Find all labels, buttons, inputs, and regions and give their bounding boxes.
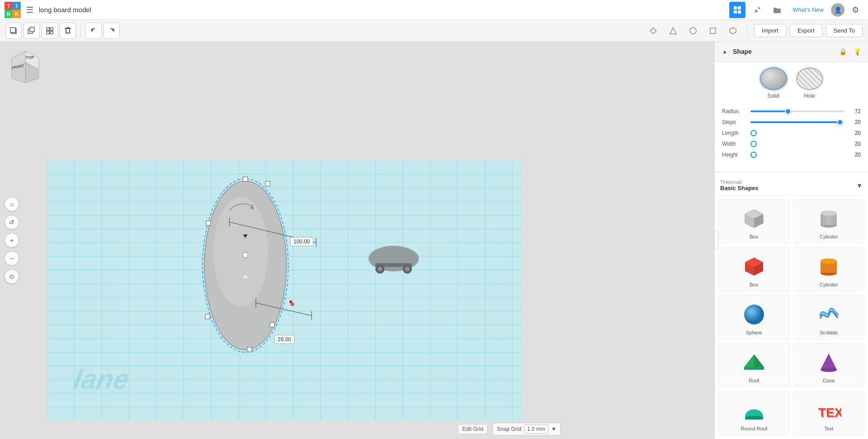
settings-btn[interactable]: ⚙ [847,2,863,18]
length-value: 20 [848,130,861,136]
hole-btn[interactable]: Hole [796,67,823,99]
shape-item-box-gray[interactable]: Box [718,199,790,243]
svg-rect-72 [205,314,210,319]
snap-grid-chevron[interactable]: ▼ [551,426,557,432]
svg-rect-9 [50,28,53,30]
height-label: Height [722,152,747,158]
library-name: Basic Shapes [720,185,759,191]
build-mode-btn[interactable] [749,2,765,18]
top-bar: T I N K ☰ long board model What's New 👤 … [0,0,868,20]
send-to-btn[interactable]: Send To [826,24,863,37]
expand-handle[interactable]: › [714,231,718,249]
svg-rect-13 [65,28,71,29]
shape-item-sphere[interactable]: Sphere [718,295,790,339]
export-btn[interactable]: Export [790,24,822,37]
view-light-btn[interactable] [645,23,661,39]
view-circle-btn[interactable] [685,23,701,39]
viewport[interactable]: lane 100.00 28.00 TOP FRONT [0,42,714,439]
right-panel: › ▲ Shape 🔒 💡 Solid Hole [714,42,868,439]
shapes-grid: Box [718,199,864,435]
svg-rect-2 [734,10,737,14]
radius-slider[interactable] [750,110,844,112]
bottom-bar: Edit Grid Snap Grid 1.0 mm ▼ [458,423,561,435]
scribble-icon [815,301,842,328]
svg-text:TEXT: TEXT [819,406,841,420]
svg-point-91 [377,267,382,272]
group-btn[interactable] [42,23,58,39]
view-cube[interactable]: TOP FRONT [7,49,43,85]
view-box-btn[interactable] [705,23,721,39]
edit-grid-btn[interactable]: Edit Grid [458,424,487,434]
svg-rect-3 [738,10,741,14]
solid-btn[interactable]: Solid [760,67,787,99]
box-red-icon [741,253,768,280]
library-dropdown-btn[interactable]: ▼ [856,182,863,189]
solid-hole-row: Solid Hole [715,62,868,105]
length-circle[interactable] [750,130,757,136]
snap-grid-value[interactable]: 1.0 mm [524,425,548,434]
view-perspective-btn[interactable] [725,23,741,39]
width-circle[interactable] [750,141,757,147]
shape-panel-title: Shape [733,48,834,55]
svg-point-114 [744,305,764,324]
duplicate-btn[interactable] [24,23,40,39]
length-label: Length [722,130,747,136]
box-red-label: Box [750,282,758,287]
steps-slider[interactable] [750,121,844,123]
svg-marker-118 [821,353,837,370]
hamburger-menu[interactable]: ☰ [26,5,33,15]
svg-rect-0 [734,6,737,10]
zoom-out-nav-btn[interactable]: − [5,251,19,266]
steps-row: Steps 20 [722,119,861,125]
svg-rect-8 [47,28,49,30]
app-logo[interactable]: T I N K [5,2,21,18]
reset-nav-btn[interactable]: ⊙ [5,269,19,284]
shape-panel-collapse-btn[interactable]: ▲ [720,47,729,56]
shape-panel-header: ▲ Shape 🔒 💡 [715,42,868,62]
svg-rect-74 [270,323,274,327]
round-roof-label: Round Roof [741,426,767,431]
box-gray-label: Box [750,234,758,239]
svg-point-119 [821,367,837,372]
delete-btn[interactable] [60,23,76,39]
home-nav-btn[interactable]: ⌂ [5,197,19,211]
grid-view-btn[interactable] [729,2,745,18]
shape-item-round-roof[interactable]: Round Roof [718,391,790,435]
text-shape-icon: TEXT TEXT [815,397,842,424]
shape-item-cylinder-gray[interactable]: Cylinder [793,199,865,243]
shape-item-cone[interactable]: Cone [793,343,865,387]
params-section: Radius 72 Steps 20 [715,105,868,166]
width-row: Width 20 [722,141,861,147]
radius-thumb[interactable] [785,108,791,115]
project-name[interactable]: long board model [39,6,91,14]
copy-btn[interactable] [5,23,22,39]
redo-btn[interactable] [104,23,120,39]
toolbar: Import Export Send To [0,20,868,42]
rotate-nav-btn[interactable]: ↺ [5,215,19,229]
shape-item-text[interactable]: TEXT TEXT Text [793,391,865,435]
zoom-in-nav-btn[interactable]: + [5,233,19,248]
shape-item-scribble[interactable]: Scribble [793,295,865,339]
svg-rect-5 [10,28,15,33]
undo-btn[interactable] [85,23,102,39]
hole-preview [796,67,823,90]
svg-point-86 [291,302,294,306]
import-btn[interactable]: Import [754,24,786,37]
height-circle[interactable] [750,152,757,158]
svg-rect-7 [30,27,34,32]
text-shape-label: Text [824,426,833,431]
user-avatar[interactable]: 👤 [831,3,844,17]
whats-new-button[interactable]: What's New [789,5,827,15]
steps-thumb[interactable] [837,119,843,125]
cylinder-gray-icon [815,205,842,232]
view-shape-btn[interactable] [665,23,681,39]
shapes-library: Tinkercad Basic Shapes ▼ [715,172,868,439]
folder-btn[interactable] [769,2,785,18]
shape-item-roof[interactable]: Roof [718,343,790,387]
sep-2 [747,24,748,38]
shape-item-cylinder-orange[interactable]: Cylinder [793,247,865,291]
cylinder-orange-icon [815,253,842,280]
shape-info-btn[interactable]: 💡 [852,46,863,57]
shape-item-box-red[interactable]: Box [718,247,790,291]
shape-lock-btn[interactable]: 🔒 [837,46,848,57]
